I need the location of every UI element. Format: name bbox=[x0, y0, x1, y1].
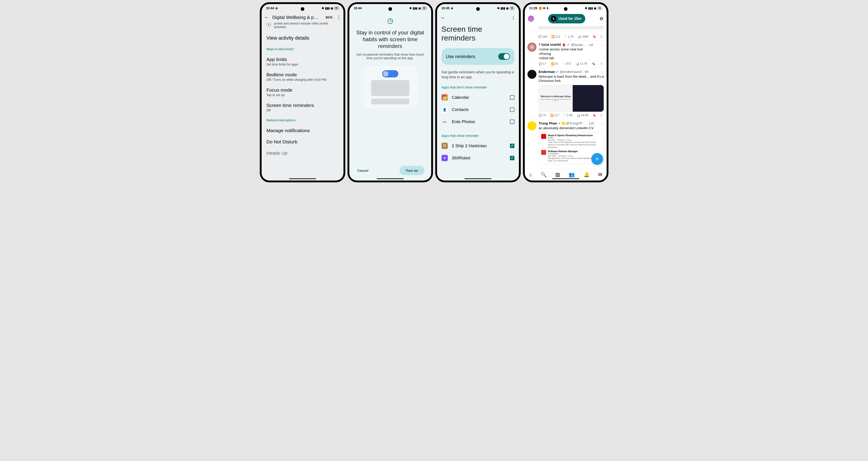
use-reminders-toggle[interactable]: Use reminders bbox=[441, 48, 515, 65]
clock: 11:29 bbox=[529, 6, 537, 10]
tweet-more-icon[interactable]: ⋮ bbox=[600, 121, 604, 125]
gesture-bar[interactable] bbox=[289, 178, 316, 179]
verified-icon: ✔ bbox=[556, 70, 559, 74]
manage-notifications-item[interactable]: Manage notifications bbox=[267, 128, 339, 133]
overflow-menu-icon[interactable]: ⋮ bbox=[337, 15, 341, 20]
feed[interactable]: 💬164 🔁121 ♡1.7K 📊208K 🔖 ⇪ † lucia scarle… bbox=[525, 25, 607, 168]
app-limits-item[interactable]: App limits Set time limits for apps bbox=[267, 57, 339, 66]
views-button[interactable]: 📊13.7K bbox=[576, 62, 588, 65]
like-button[interactable]: ♡1.7K bbox=[564, 35, 574, 38]
tweet[interactable]: † lucia scarlet 🩸 ✔ @lucias… · 1d ⋮ >com… bbox=[526, 41, 605, 68]
item-title: Focus mode bbox=[267, 87, 339, 93]
views-button[interactable]: 📊44.6K bbox=[577, 114, 588, 117]
crowdstrike-logo-icon bbox=[541, 150, 546, 155]
checkbox-unchecked[interactable] bbox=[510, 95, 515, 100]
share-button[interactable]: ⇪ bbox=[600, 62, 603, 65]
overflow-menu-icon[interactable]: ⋮ bbox=[511, 15, 515, 20]
item-subtitle: Set time limits for apps bbox=[267, 63, 339, 66]
bookmark-button[interactable]: 🔖 bbox=[593, 114, 596, 117]
reply-button[interactable]: 💬70 bbox=[539, 114, 546, 117]
heads-up-item[interactable]: Heads Up bbox=[267, 150, 339, 156]
do-not-disturb-item[interactable]: Do Not Disturb bbox=[267, 139, 339, 145]
bedtime-mode-item[interactable]: Bedtime mode Off / Turns on while chargi… bbox=[267, 72, 339, 82]
back-icon[interactable]: ← bbox=[441, 15, 445, 21]
tweet-more-icon[interactable]: ⋮ bbox=[600, 42, 604, 47]
front-camera bbox=[301, 7, 304, 11]
app-indicator-icon: ⊕ bbox=[275, 6, 278, 10]
usage-pill[interactable]: 𝕏 Used for 15m bbox=[548, 14, 585, 23]
app-row-ente-photos[interactable]: ente Ente Photos bbox=[441, 116, 515, 128]
tweet-time: · 1d bbox=[587, 43, 593, 47]
reply-button[interactable]: 💬164 bbox=[538, 35, 547, 38]
avatar[interactable] bbox=[527, 70, 536, 79]
gesture-bar[interactable] bbox=[552, 178, 579, 179]
clock-icon bbox=[388, 19, 393, 24]
app-row-contacts[interactable]: 👤 Contacts bbox=[441, 104, 515, 116]
app-row-calendar[interactable]: 📅 Calendar bbox=[441, 91, 515, 104]
notifications-icon[interactable]: 🔔 bbox=[584, 172, 590, 178]
share-button[interactable]: ⇪ bbox=[600, 35, 603, 38]
tweet-time: · 6h bbox=[583, 70, 588, 74]
focus-mode-item[interactable]: Focus mode Tap to set up bbox=[267, 87, 339, 97]
checkbox-checked[interactable] bbox=[510, 144, 515, 148]
section-reduce-interruptions: Reduce interruptions bbox=[267, 118, 339, 122]
tweet-more-icon[interactable]: ⋮ bbox=[600, 70, 604, 74]
gesture-bar[interactable] bbox=[464, 178, 492, 179]
settings-icon[interactable]: ⚙ bbox=[599, 16, 603, 21]
home-icon[interactable]: ⌂ bbox=[529, 172, 532, 178]
communities-icon[interactable]: 👥 bbox=[569, 172, 575, 178]
badge-icon bbox=[562, 122, 565, 125]
avatar[interactable] bbox=[527, 121, 536, 130]
app-name: Calendar bbox=[452, 95, 506, 100]
pill-text: Used for 15m bbox=[558, 17, 581, 21]
item-title: Heads Up bbox=[267, 150, 339, 156]
calendar-icon: 📅 bbox=[441, 94, 448, 100]
bluetooth-icon: ✱ bbox=[409, 6, 412, 10]
screen-time-reminders-item[interactable]: Screen time reminders Off bbox=[267, 103, 339, 112]
app-row-360robot[interactable]: ✦ 360Robot bbox=[441, 152, 515, 164]
contacts-icon: 👤 bbox=[441, 107, 448, 113]
gesture-bar[interactable] bbox=[377, 178, 404, 179]
search-icon[interactable]: 🔍 bbox=[540, 172, 547, 178]
like-button[interactable]: ♡873 bbox=[563, 62, 571, 65]
turn-on-button[interactable]: Turn on bbox=[400, 166, 425, 175]
item-title: Do Not Disturb bbox=[267, 139, 339, 145]
share-button[interactable]: ⇪ bbox=[600, 114, 603, 117]
back-icon[interactable]: ← bbox=[264, 15, 269, 20]
bluetooth-icon: ✱ bbox=[585, 6, 587, 10]
checkbox-unchecked[interactable] bbox=[510, 107, 515, 112]
cancel-button[interactable]: Cancel bbox=[356, 166, 370, 175]
compose-fab[interactable]: + bbox=[591, 153, 603, 165]
tweet-author[interactable]: † lucia scarlet 🩸 bbox=[539, 42, 566, 47]
tweet-text: an absolutely demented LinkedIn CV bbox=[539, 126, 604, 130]
grok-icon[interactable]: ▨ bbox=[555, 172, 560, 178]
app-indicator-icon: ⊕ bbox=[451, 6, 453, 10]
tweet-handle: @TrungTP… bbox=[566, 121, 586, 125]
item-subtitle: Off bbox=[267, 109, 339, 112]
views-button[interactable]: 📊208K bbox=[578, 35, 588, 38]
twitter-topbar: 𝕏 Used for 15m ⚙ bbox=[525, 12, 607, 25]
tweet-author[interactable]: Trung Phan bbox=[539, 121, 557, 125]
app-row-2ship2harkinian[interactable]: 🛡 2 Ship 2 Harkinian bbox=[441, 140, 515, 152]
tweet-author[interactable]: Enderman bbox=[539, 70, 555, 74]
checkbox-unchecked[interactable] bbox=[510, 119, 515, 124]
retweet-button[interactable]: 🔁117 bbox=[550, 114, 559, 117]
wifi-icon: ◉ bbox=[418, 6, 421, 10]
tweet-text: Netscape is back from the dead… and it's… bbox=[539, 74, 604, 83]
bookmark-button[interactable]: 🔖 bbox=[592, 62, 596, 65]
cv-desc: Lead a team of 30 engineers to ensure th… bbox=[548, 141, 601, 149]
messages-icon[interactable]: ✉ bbox=[598, 172, 602, 178]
profile-avatar[interactable] bbox=[528, 16, 534, 22]
switch-on-icon[interactable] bbox=[498, 53, 510, 60]
checkbox-checked[interactable] bbox=[510, 156, 515, 160]
avatar[interactable] bbox=[527, 42, 536, 52]
retweet-button[interactable]: 🔁41 bbox=[551, 62, 558, 65]
tweet[interactable]: Enderman ✔ @endermanch · 6h ⋮ Netscape i… bbox=[526, 68, 605, 119]
beta-badge: BETA bbox=[325, 16, 333, 19]
like-button[interactable]: ♡1.6K bbox=[563, 114, 573, 117]
tweet-media[interactable]: Welcome to Netscape Setup Setup will gui… bbox=[539, 85, 604, 112]
bookmark-button[interactable]: 🔖 bbox=[593, 35, 596, 38]
reply-button[interactable]: 💬17 bbox=[539, 62, 546, 65]
view-activity-details[interactable]: View activity details bbox=[267, 35, 339, 41]
retweet-button[interactable]: 🔁121 bbox=[551, 35, 560, 38]
